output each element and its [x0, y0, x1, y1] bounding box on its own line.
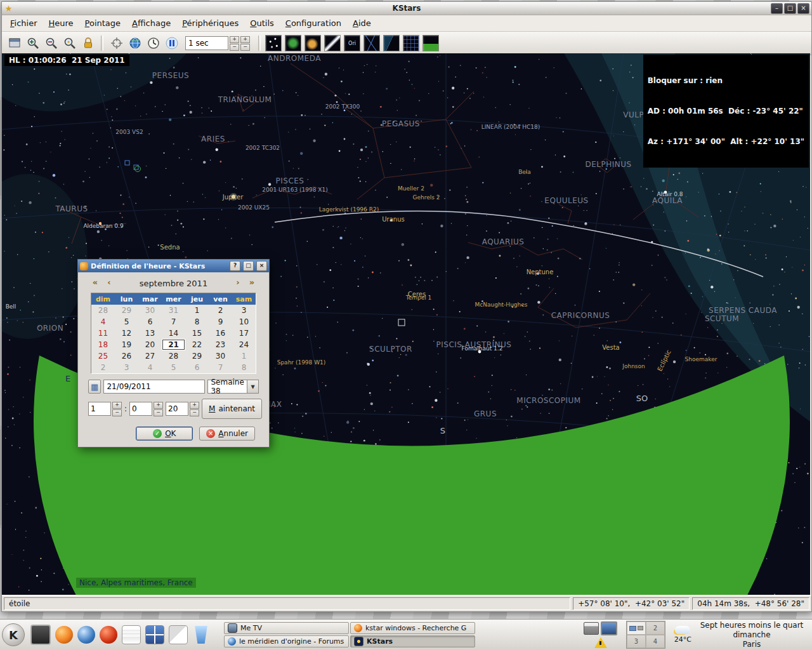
calendar-day-cell[interactable]: 8: [185, 316, 209, 328]
calendar-day-cell[interactable]: 3: [115, 362, 138, 373]
calendar-day-cell[interactable]: 1: [185, 305, 209, 316]
minute-input[interactable]: [129, 402, 152, 416]
menu-fichier[interactable]: Fichier: [4, 17, 43, 30]
media-player-icon[interactable]: [100, 626, 117, 644]
timestep-input[interactable]: [185, 36, 228, 50]
coordinate-grid-toggle-icon[interactable]: [403, 35, 419, 51]
calendar-day-cell[interactable]: 31: [162, 305, 185, 316]
menu-affichage[interactable]: Affichage: [126, 17, 176, 30]
konqueror-icon[interactable]: [77, 626, 95, 644]
calendar-day-cell[interactable]: 27: [138, 350, 162, 362]
calendar-day-cell[interactable]: 9: [209, 316, 232, 328]
spin-down-icon[interactable]: −: [154, 409, 163, 416]
week-combobox[interactable]: Semaine 38 ▼: [207, 380, 259, 394]
find-object-icon[interactable]: [61, 35, 78, 52]
window-titlebar[interactable]: ★ KStars – □ ×: [2, 2, 811, 15]
mail-icon[interactable]: [169, 625, 188, 644]
calendar-day-cell[interactable]: 30: [138, 305, 162, 316]
menu-configuration[interactable]: Configuration: [280, 17, 347, 30]
calendar-day-cell[interactable]: 4: [91, 316, 115, 328]
clock-icon[interactable]: [145, 35, 162, 52]
now-button[interactable]: Maintenant: [202, 399, 262, 419]
maximize-button[interactable]: □: [784, 3, 796, 14]
constellation-lines-toggle-icon[interactable]: [363, 35, 380, 51]
lock-icon[interactable]: [79, 35, 96, 52]
constellation-bounds-toggle-icon[interactable]: [383, 35, 400, 51]
spin-up-icon[interactable]: +: [240, 36, 250, 43]
spin-down-icon[interactable]: −: [230, 44, 239, 51]
calendar-day-cell[interactable]: 15: [185, 328, 209, 339]
spin-up-icon[interactable]: +: [112, 402, 122, 409]
taskbar-task[interactable]: KStars: [350, 635, 475, 647]
calendar-day-cell[interactable]: 10: [232, 316, 256, 328]
dialog-close-button[interactable]: ×: [256, 261, 267, 271]
calendar-day-cell[interactable]: 29: [115, 305, 138, 316]
focus-target-icon[interactable]: [108, 35, 125, 52]
ground-toggle-icon[interactable]: [422, 35, 439, 51]
prev-month-button[interactable]: ‹: [102, 277, 116, 289]
calendar-day-cell[interactable]: 13: [138, 328, 162, 339]
calendar-day-cell[interactable]: 20: [138, 339, 162, 350]
calendar-day-cell[interactable]: 6: [185, 362, 209, 373]
calendar-day-cell[interactable]: 19: [115, 339, 138, 350]
spin-up-icon[interactable]: +: [154, 402, 163, 409]
constellation-names-toggle-icon[interactable]: Ori: [344, 35, 360, 51]
document-icon[interactable]: [122, 625, 141, 644]
pager-desktop-cell[interactable]: 2: [646, 621, 665, 635]
spin-up-icon[interactable]: +: [190, 402, 199, 409]
menu-heure[interactable]: Heure: [43, 17, 79, 30]
next-month-button[interactable]: ›: [231, 277, 245, 289]
dialog-help-button[interactable]: ?: [230, 261, 240, 271]
fuzzy-clock[interactable]: Sept heures moins le quart dimanche Pari…: [695, 621, 812, 649]
sky-map[interactable]: ANDROMEDAPERSEUSTRIANGULUMARIESPEGASUSVU…: [2, 53, 810, 595]
menu-pointage[interactable]: Pointage: [79, 17, 127, 30]
pager-desktop-cell[interactable]: 3: [627, 635, 646, 648]
prev-year-button[interactable]: «: [88, 277, 102, 289]
taskbar-task[interactable]: le méridien d'origine - Forums: [224, 635, 349, 647]
calendar-day-cell[interactable]: 24: [232, 339, 256, 350]
minimize-button[interactable]: –: [771, 3, 783, 14]
zoom-out-icon[interactable]: [43, 35, 60, 52]
weather-applet[interactable]: 24°C: [674, 626, 691, 644]
second-input[interactable]: [166, 402, 188, 416]
calendar-day-cell[interactable]: 5: [162, 362, 185, 373]
date-input[interactable]: [103, 380, 205, 394]
chevron-down-icon[interactable]: ▼: [247, 380, 258, 393]
calendar-day-cell[interactable]: 23: [209, 339, 232, 350]
firefox-icon[interactable]: [55, 626, 73, 644]
planets-toggle-icon[interactable]: [304, 35, 321, 51]
deep-sky-toggle-icon[interactable]: [285, 35, 301, 51]
dialog-maximize-button[interactable]: □: [243, 261, 254, 271]
calendar-day-cell[interactable]: 6: [138, 316, 162, 328]
spin-down-icon[interactable]: −: [112, 409, 122, 416]
calendar-day-cell[interactable]: 29: [185, 350, 209, 362]
calendar-day-cell[interactable]: 30: [209, 350, 232, 362]
hour-input[interactable]: [88, 402, 111, 416]
pager-desktop-cell[interactable]: 4: [646, 635, 665, 648]
calendar-day-cell[interactable]: 4: [138, 362, 162, 373]
display-tray-icon[interactable]: [601, 621, 617, 635]
calendar-day-cell[interactable]: 21: [162, 339, 185, 350]
calendar-day-cell[interactable]: 8: [232, 362, 256, 373]
glass-icon[interactable]: [192, 626, 210, 644]
calendar-day-cell[interactable]: 14: [162, 328, 185, 339]
calendar-day-cell[interactable]: 22: [185, 339, 209, 350]
calendar-day-cell[interactable]: 17: [232, 328, 256, 339]
calendar-day-cell[interactable]: 5: [115, 316, 138, 328]
dialog-titlebar[interactable]: Définition de l'heure - KStars ? □ ×: [78, 260, 269, 272]
month-year-label[interactable]: septembre 2011: [116, 279, 231, 288]
taskbar-task[interactable]: Me TV: [224, 622, 349, 634]
k-menu-button[interactable]: K: [0, 621, 27, 649]
calendar-day-cell[interactable]: 28: [162, 350, 185, 362]
calendar-day-cell[interactable]: 7: [162, 316, 185, 328]
calendar-day-cell[interactable]: 2: [91, 362, 115, 373]
window-icon[interactable]: [6, 35, 23, 52]
taskbar-task[interactable]: kstar windows - Recherche G: [350, 622, 475, 634]
pager-desktop-cell[interactable]: [627, 621, 646, 635]
calendar-day-cell[interactable]: 16: [209, 328, 232, 339]
spin-up-icon[interactable]: +: [230, 36, 239, 43]
calendar-day-cell[interactable]: 11: [91, 328, 115, 339]
calendar-day-cell[interactable]: 1: [232, 350, 256, 362]
menu-aide[interactable]: Aide: [347, 17, 377, 30]
calendar-day-cell[interactable]: 2: [209, 305, 232, 316]
